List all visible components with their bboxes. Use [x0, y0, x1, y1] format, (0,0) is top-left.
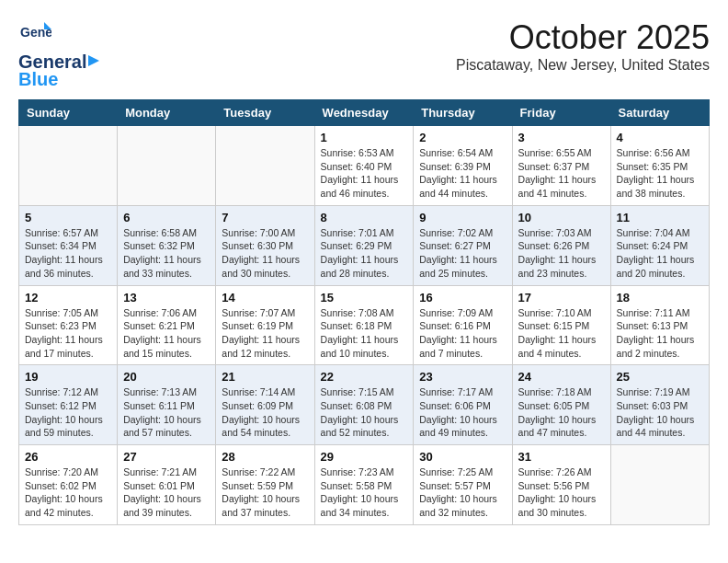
calendar-cell: 1Sunrise: 6:53 AM Sunset: 6:40 PM Daylig… — [314, 126, 414, 206]
calendar-cell: 7Sunrise: 7:00 AM Sunset: 6:30 PM Daylig… — [216, 205, 314, 285]
day-info: Sunrise: 7:03 AM Sunset: 6:26 PM Dayligh… — [518, 226, 605, 281]
day-info: Sunrise: 7:17 AM Sunset: 6:06 PM Dayligh… — [419, 385, 506, 440]
day-info: Sunrise: 7:02 AM Sunset: 6:27 PM Dayligh… — [419, 226, 506, 281]
day-number: 19 — [25, 370, 111, 384]
title-area: October 2025 Piscataway, New Jersey, Uni… — [456, 18, 710, 74]
day-number: 26 — [25, 450, 111, 464]
day-info: Sunrise: 7:13 AM Sunset: 6:11 PM Dayligh… — [123, 385, 210, 440]
calendar-cell: 10Sunrise: 7:03 AM Sunset: 6:26 PM Dayli… — [512, 205, 610, 285]
calendar-cell: 22Sunrise: 7:15 AM Sunset: 6:08 PM Dayli… — [314, 365, 414, 445]
svg-marker-2 — [88, 55, 99, 66]
weekday-header-monday: Monday — [118, 100, 216, 126]
calendar-cell — [216, 126, 314, 206]
calendar-cell: 4Sunrise: 6:56 AM Sunset: 6:35 PM Daylig… — [610, 126, 709, 206]
day-info: Sunrise: 7:05 AM Sunset: 6:23 PM Dayligh… — [25, 306, 111, 361]
month-title: October 2025 — [456, 18, 710, 57]
day-info: Sunrise: 7:00 AM Sunset: 6:30 PM Dayligh… — [222, 226, 308, 281]
day-info: Sunrise: 6:55 AM Sunset: 6:37 PM Dayligh… — [518, 146, 605, 201]
calendar-cell: 21Sunrise: 7:14 AM Sunset: 6:09 PM Dayli… — [216, 365, 314, 445]
calendar-cell: 30Sunrise: 7:25 AM Sunset: 5:57 PM Dayli… — [414, 445, 512, 525]
day-number: 15 — [321, 291, 408, 304]
day-info: Sunrise: 7:10 AM Sunset: 6:15 PM Dayligh… — [518, 306, 605, 361]
day-info: Sunrise: 6:53 AM Sunset: 6:40 PM Dayligh… — [321, 146, 408, 201]
calendar-cell: 5Sunrise: 6:57 AM Sunset: 6:34 PM Daylig… — [19, 205, 118, 285]
calendar-week-row: 12Sunrise: 7:05 AM Sunset: 6:23 PM Dayli… — [19, 285, 710, 365]
calendar-cell: 17Sunrise: 7:10 AM Sunset: 6:15 PM Dayli… — [512, 285, 610, 365]
calendar-cell — [610, 445, 709, 525]
day-info: Sunrise: 7:08 AM Sunset: 6:18 PM Dayligh… — [321, 306, 408, 361]
day-number: 3 — [518, 131, 605, 144]
day-number: 22 — [321, 370, 408, 384]
page-header: General General Blue October 2025 Piscat… — [18, 18, 710, 90]
day-info: Sunrise: 7:04 AM Sunset: 6:24 PM Dayligh… — [617, 226, 703, 281]
day-number: 21 — [222, 370, 308, 384]
day-info: Sunrise: 7:21 AM Sunset: 6:01 PM Dayligh… — [123, 465, 210, 520]
day-number: 11 — [617, 211, 703, 224]
calendar-cell: 2Sunrise: 6:54 AM Sunset: 6:39 PM Daylig… — [414, 126, 512, 206]
logo: General General Blue — [18, 18, 101, 90]
day-number: 12 — [25, 291, 111, 304]
day-info: Sunrise: 7:14 AM Sunset: 6:09 PM Dayligh… — [222, 385, 308, 440]
calendar-header-row: SundayMondayTuesdayWednesdayThursdayFrid… — [19, 100, 710, 126]
day-info: Sunrise: 7:06 AM Sunset: 6:21 PM Dayligh… — [123, 306, 210, 361]
weekday-header-wednesday: Wednesday — [314, 100, 414, 126]
weekday-header-saturday: Saturday — [610, 100, 709, 126]
calendar-table: SundayMondayTuesdayWednesdayThursdayFrid… — [18, 99, 710, 525]
day-info: Sunrise: 7:22 AM Sunset: 5:59 PM Dayligh… — [222, 465, 308, 520]
calendar-cell — [118, 126, 216, 206]
location-label: Piscataway, New Jersey, United States — [456, 57, 710, 74]
day-number: 2 — [419, 131, 506, 144]
day-info: Sunrise: 7:11 AM Sunset: 6:13 PM Dayligh… — [617, 306, 703, 361]
calendar-cell: 23Sunrise: 7:17 AM Sunset: 6:06 PM Dayli… — [414, 365, 512, 445]
calendar-cell: 29Sunrise: 7:23 AM Sunset: 5:58 PM Dayli… — [314, 445, 414, 525]
day-info: Sunrise: 7:20 AM Sunset: 6:02 PM Dayligh… — [25, 465, 111, 520]
calendar-cell: 27Sunrise: 7:21 AM Sunset: 6:01 PM Dayli… — [118, 445, 216, 525]
calendar-cell: 19Sunrise: 7:12 AM Sunset: 6:12 PM Dayli… — [19, 365, 118, 445]
weekday-header-sunday: Sunday — [19, 100, 118, 126]
calendar-cell: 28Sunrise: 7:22 AM Sunset: 5:59 PM Dayli… — [216, 445, 314, 525]
day-number: 23 — [419, 370, 506, 384]
calendar-cell — [19, 126, 118, 206]
day-info: Sunrise: 7:09 AM Sunset: 6:16 PM Dayligh… — [419, 306, 506, 361]
calendar-cell: 9Sunrise: 7:02 AM Sunset: 6:27 PM Daylig… — [414, 205, 512, 285]
calendar-cell: 14Sunrise: 7:07 AM Sunset: 6:19 PM Dayli… — [216, 285, 314, 365]
day-number: 28 — [222, 450, 308, 464]
calendar-week-row: 5Sunrise: 6:57 AM Sunset: 6:34 PM Daylig… — [19, 205, 710, 285]
day-number: 5 — [25, 211, 111, 224]
calendar-week-row: 26Sunrise: 7:20 AM Sunset: 6:02 PM Dayli… — [19, 445, 710, 525]
day-number: 14 — [222, 291, 308, 304]
calendar-cell: 26Sunrise: 7:20 AM Sunset: 6:02 PM Dayli… — [19, 445, 118, 525]
day-number: 16 — [419, 291, 506, 304]
day-info: Sunrise: 6:56 AM Sunset: 6:35 PM Dayligh… — [617, 146, 703, 201]
day-info: Sunrise: 6:57 AM Sunset: 6:34 PM Dayligh… — [25, 226, 111, 281]
day-number: 13 — [123, 291, 210, 304]
calendar-cell: 25Sunrise: 7:19 AM Sunset: 6:03 PM Dayli… — [610, 365, 709, 445]
day-info: Sunrise: 7:18 AM Sunset: 6:05 PM Dayligh… — [518, 385, 605, 440]
day-info: Sunrise: 7:25 AM Sunset: 5:57 PM Dayligh… — [419, 465, 506, 520]
day-info: Sunrise: 7:07 AM Sunset: 6:19 PM Dayligh… — [222, 306, 308, 361]
day-number: 9 — [419, 211, 506, 224]
day-number: 30 — [419, 450, 506, 464]
calendar-cell: 13Sunrise: 7:06 AM Sunset: 6:21 PM Dayli… — [118, 285, 216, 365]
calendar-cell: 18Sunrise: 7:11 AM Sunset: 6:13 PM Dayli… — [610, 285, 709, 365]
calendar-cell: 3Sunrise: 6:55 AM Sunset: 6:37 PM Daylig… — [512, 126, 610, 206]
calendar-cell: 11Sunrise: 7:04 AM Sunset: 6:24 PM Dayli… — [610, 205, 709, 285]
day-number: 27 — [123, 450, 210, 464]
calendar-cell: 12Sunrise: 7:05 AM Sunset: 6:23 PM Dayli… — [19, 285, 118, 365]
day-info: Sunrise: 7:26 AM Sunset: 5:56 PM Dayligh… — [518, 465, 605, 520]
day-info: Sunrise: 6:58 AM Sunset: 6:32 PM Dayligh… — [123, 226, 210, 281]
weekday-header-tuesday: Tuesday — [216, 100, 314, 126]
day-info: Sunrise: 7:23 AM Sunset: 5:58 PM Dayligh… — [321, 465, 408, 520]
calendar-cell: 31Sunrise: 7:26 AM Sunset: 5:56 PM Dayli… — [512, 445, 610, 525]
calendar-cell: 15Sunrise: 7:08 AM Sunset: 6:18 PM Dayli… — [314, 285, 414, 365]
logo-arrow-icon — [86, 53, 101, 68]
day-number: 8 — [321, 211, 408, 224]
day-number: 10 — [518, 211, 605, 224]
day-number: 24 — [518, 370, 605, 384]
day-number: 18 — [617, 291, 703, 304]
weekday-header-thursday: Thursday — [414, 100, 512, 126]
day-number: 17 — [518, 291, 605, 304]
day-info: Sunrise: 7:12 AM Sunset: 6:12 PM Dayligh… — [25, 385, 111, 440]
day-info: Sunrise: 7:01 AM Sunset: 6:29 PM Dayligh… — [321, 226, 408, 281]
logo-icon: General — [18, 18, 51, 52]
